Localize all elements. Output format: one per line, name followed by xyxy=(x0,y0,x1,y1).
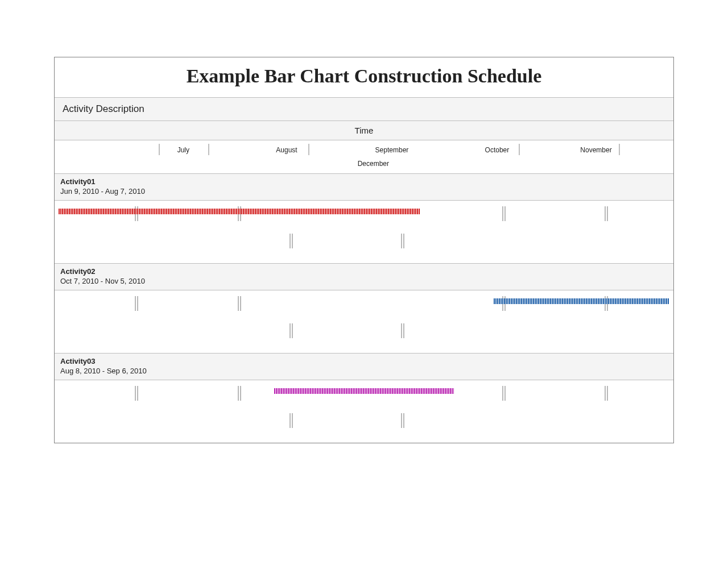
time-header: Time xyxy=(55,121,673,140)
gantt-bar xyxy=(59,209,420,214)
schedule-frame: Example Bar Chart Construction Schedule … xyxy=(54,57,674,443)
activity-header: Activity01Jun 9, 2010 - Aug 7, 2010 xyxy=(55,174,673,201)
timeline-tick xyxy=(135,296,138,311)
activity-header: Activity03Aug 8, 2010 - Sep 6, 2010 xyxy=(55,354,673,380)
activity-timeline xyxy=(55,201,673,264)
activity-block: Activity03Aug 8, 2010 - Sep 6, 2010 xyxy=(55,354,673,443)
activity-header: Activity02Oct 7, 2010 - Nov 5, 2010 xyxy=(55,264,673,290)
activity-name: Activity02 xyxy=(60,267,668,276)
timeline-tick xyxy=(605,386,608,401)
activity-timeline xyxy=(55,380,673,443)
activity-date-range: Oct 7, 2010 - Nov 5, 2010 xyxy=(60,277,668,285)
gantt-bar xyxy=(274,388,454,394)
timeline-tick xyxy=(605,206,608,221)
timeline-tick xyxy=(401,234,404,248)
activity-name: Activity01 xyxy=(60,177,668,186)
timeline-tick xyxy=(238,296,241,311)
gantt-bar xyxy=(494,298,669,304)
activity-block: Activity02Oct 7, 2010 - Nov 5, 2010 xyxy=(55,264,673,354)
timeline-tick xyxy=(289,234,293,248)
timeline-tick xyxy=(502,206,506,221)
month-tick xyxy=(208,144,209,155)
month-label: August xyxy=(276,146,297,154)
month-label: October xyxy=(485,146,510,154)
activity-description-header: Activity Description xyxy=(55,98,673,121)
month-tick xyxy=(159,144,160,155)
activity-date-range: Aug 8, 2010 - Sep 6, 2010 xyxy=(60,367,668,375)
timeline-tick xyxy=(502,386,506,401)
page-title: Example Bar Chart Construction Schedule xyxy=(55,57,673,98)
month-label: September xyxy=(375,146,409,154)
month-label: November xyxy=(580,146,611,154)
timeline-tick xyxy=(401,413,404,428)
timeline-tick xyxy=(289,323,293,338)
activity-timeline xyxy=(55,290,673,354)
activities-container: Activity01Jun 9, 2010 - Aug 7, 2010Activ… xyxy=(55,174,673,443)
month-tick xyxy=(519,144,520,155)
activity-name: Activity03 xyxy=(60,357,668,365)
months-axis: JulyAugustSeptemberOctoberNovemberDecemb… xyxy=(55,140,673,174)
month-label: July xyxy=(177,146,189,154)
month-tick xyxy=(308,144,309,155)
timeline-tick xyxy=(238,386,241,401)
timeline-tick xyxy=(135,386,138,401)
timeline-tick xyxy=(401,323,404,338)
activity-date-range: Jun 9, 2010 - Aug 7, 2010 xyxy=(60,187,668,196)
month-label: December xyxy=(358,160,389,168)
timeline-tick xyxy=(289,413,293,428)
activity-block: Activity01Jun 9, 2010 - Aug 7, 2010 xyxy=(55,174,673,264)
month-tick xyxy=(619,144,620,155)
